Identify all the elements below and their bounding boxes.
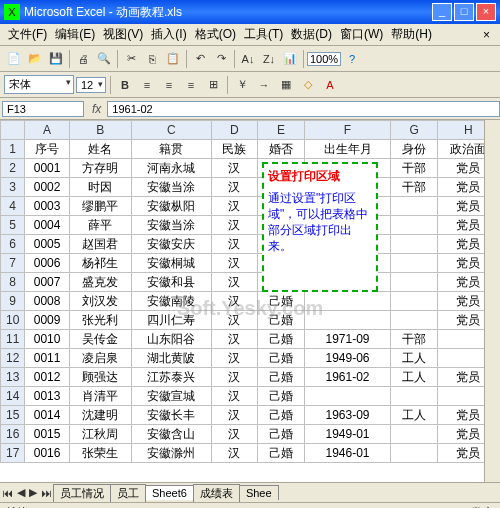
cell[interactable]: 0007: [25, 273, 69, 292]
col-header[interactable]: A: [25, 121, 69, 140]
cell[interactable]: 0015: [25, 425, 69, 444]
cell[interactable]: 身份: [391, 140, 438, 159]
cell[interactable]: [304, 292, 390, 311]
new-icon[interactable]: 📄: [4, 49, 24, 69]
cell[interactable]: 汉: [211, 330, 258, 349]
cell[interactable]: 己婚: [258, 292, 305, 311]
sheet-tab[interactable]: 员工: [110, 484, 146, 502]
fx-icon[interactable]: fx: [86, 102, 107, 116]
align-right-icon[interactable]: ≡: [181, 75, 201, 95]
row-header[interactable]: 9: [1, 292, 25, 311]
cell[interactable]: 汉: [211, 216, 258, 235]
preview-icon[interactable]: 🔍: [94, 49, 114, 69]
formula-bar[interactable]: 1961-02: [107, 101, 500, 117]
sort-desc-icon[interactable]: Z↓: [259, 49, 279, 69]
cell[interactable]: 0014: [25, 406, 69, 425]
cell[interactable]: 盛克发: [69, 273, 131, 292]
cell[interactable]: 1949-06: [304, 349, 390, 368]
cell[interactable]: 0004: [25, 216, 69, 235]
cell[interactable]: 工人: [391, 349, 438, 368]
cell[interactable]: 汉: [211, 349, 258, 368]
save-icon[interactable]: 💾: [46, 49, 66, 69]
cell[interactable]: 刘汉发: [69, 292, 131, 311]
cell[interactable]: 婚否: [258, 140, 305, 159]
row-header[interactable]: 16: [1, 425, 25, 444]
font-size-box[interactable]: 12: [76, 77, 106, 93]
cell[interactable]: 1971-09: [304, 330, 390, 349]
redo-icon[interactable]: ↷: [211, 49, 231, 69]
cell[interactable]: 张光利: [69, 311, 131, 330]
cell[interactable]: 安徽安庆: [131, 235, 211, 254]
sheet-tab[interactable]: Sheet6: [145, 485, 194, 500]
cell[interactable]: 0013: [25, 387, 69, 406]
cell[interactable]: 肖清平: [69, 387, 131, 406]
align-center-icon[interactable]: ≡: [159, 75, 179, 95]
cell[interactable]: [304, 311, 390, 330]
cell[interactable]: 序号: [25, 140, 69, 159]
cell[interactable]: 己婚: [258, 444, 305, 463]
cell[interactable]: 0009: [25, 311, 69, 330]
cell[interactable]: 山东阳谷: [131, 330, 211, 349]
cell[interactable]: 沈建明: [69, 406, 131, 425]
row-header[interactable]: 17: [1, 444, 25, 463]
col-header[interactable]: B: [69, 121, 131, 140]
cell[interactable]: 四川仁寿: [131, 311, 211, 330]
cell[interactable]: 干部: [391, 178, 438, 197]
row-header[interactable]: 15: [1, 406, 25, 425]
cell[interactable]: 张荣生: [69, 444, 131, 463]
cell[interactable]: 汉: [211, 273, 258, 292]
row-header[interactable]: 12: [1, 349, 25, 368]
row-header[interactable]: 6: [1, 235, 25, 254]
cell[interactable]: 安徽长丰: [131, 406, 211, 425]
cell[interactable]: 汉: [211, 292, 258, 311]
tab-nav-first[interactable]: ⏮: [0, 487, 15, 499]
col-header[interactable]: G: [391, 121, 438, 140]
cell[interactable]: 安徽含山: [131, 425, 211, 444]
borders-icon[interactable]: ▦: [276, 75, 296, 95]
sheet-tab[interactable]: Shee: [239, 485, 279, 500]
cell[interactable]: 民族: [211, 140, 258, 159]
cell[interactable]: 汉: [211, 178, 258, 197]
cell[interactable]: 汉: [211, 254, 258, 273]
cell[interactable]: 杨祁生: [69, 254, 131, 273]
row-header[interactable]: 8: [1, 273, 25, 292]
menu-file[interactable]: 文件(F): [4, 24, 51, 45]
zoom-box[interactable]: 100%: [307, 52, 341, 66]
cell[interactable]: 汉: [211, 159, 258, 178]
cell[interactable]: 汉: [211, 406, 258, 425]
worksheet[interactable]: ABCDEFGH1序号姓名籍贯民族婚否出生年月身份政治面20001方存明河南永城…: [0, 120, 500, 482]
doc-close-button[interactable]: ×: [477, 28, 496, 42]
currency-icon[interactable]: ￥: [232, 75, 252, 95]
sheet-tab[interactable]: 员工情况: [53, 484, 111, 502]
cell[interactable]: 安徽当涂: [131, 178, 211, 197]
menu-help[interactable]: 帮助(H): [387, 24, 436, 45]
cell[interactable]: 汉: [211, 444, 258, 463]
cell[interactable]: 赵国君: [69, 235, 131, 254]
cell[interactable]: 江秋周: [69, 425, 131, 444]
minimize-button[interactable]: _: [432, 3, 452, 21]
cell[interactable]: 0008: [25, 292, 69, 311]
cell[interactable]: 工人: [391, 406, 438, 425]
cell[interactable]: 己婚: [258, 387, 305, 406]
col-header[interactable]: D: [211, 121, 258, 140]
cell[interactable]: 凌启泉: [69, 349, 131, 368]
menu-window[interactable]: 窗口(W): [336, 24, 387, 45]
cell[interactable]: [391, 444, 438, 463]
row-header[interactable]: 1: [1, 140, 25, 159]
paste-icon[interactable]: 📋: [163, 49, 183, 69]
cell[interactable]: 汉: [211, 197, 258, 216]
cell[interactable]: 0003: [25, 197, 69, 216]
row-header[interactable]: 13: [1, 368, 25, 387]
cell[interactable]: [304, 387, 390, 406]
cell[interactable]: 0010: [25, 330, 69, 349]
cell[interactable]: [391, 273, 438, 292]
tab-nav-prev[interactable]: ◀: [15, 486, 27, 499]
maximize-button[interactable]: □: [454, 3, 474, 21]
tab-nav-last[interactable]: ⏭: [39, 487, 54, 499]
cell[interactable]: 0011: [25, 349, 69, 368]
cell[interactable]: 顾强达: [69, 368, 131, 387]
cell[interactable]: 0001: [25, 159, 69, 178]
cell[interactable]: 安徽枞阳: [131, 197, 211, 216]
cell[interactable]: 薛平: [69, 216, 131, 235]
col-header[interactable]: F: [304, 121, 390, 140]
